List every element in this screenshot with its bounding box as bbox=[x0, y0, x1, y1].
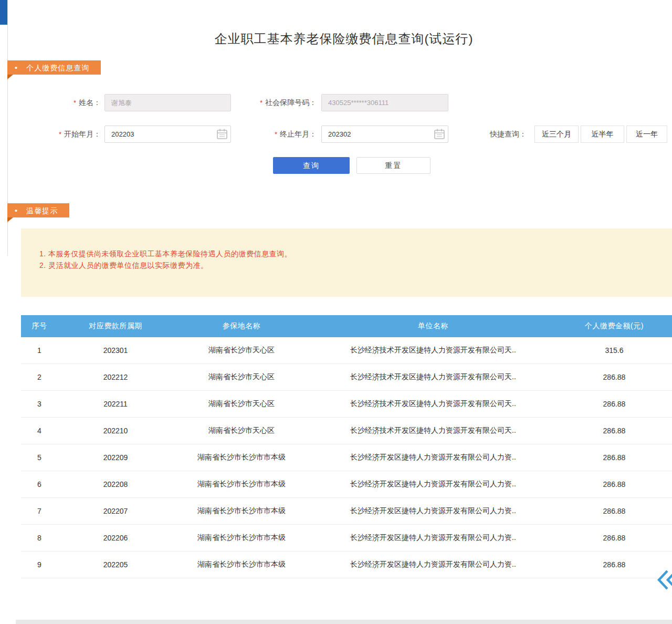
query-button[interactable]: 查询 bbox=[273, 157, 350, 174]
section-label-personal-payment-query: •个人缴费信息查询 bbox=[7, 60, 101, 75]
cell-index: 4 bbox=[21, 418, 58, 444]
cell-employer: 长沙经济技术开发区捷特人力资源开发有限公司天.. bbox=[310, 418, 556, 444]
col-employer: 单位名称 bbox=[310, 315, 556, 337]
cell-amount: 286.88 bbox=[556, 418, 672, 444]
col-index: 序号 bbox=[21, 315, 58, 337]
notice-line: 1. 本服务仅提供尚未领取企业职工基本养老保险待遇人员的缴费信息查询。 bbox=[39, 248, 662, 259]
cell-amount: 286.88 bbox=[556, 498, 672, 525]
cell-index: 5 bbox=[21, 444, 58, 471]
quick-range-button[interactable]: 近半年 bbox=[581, 126, 624, 143]
cell-insured-place: 湖南省长沙市天心区 bbox=[173, 337, 310, 364]
cell-employer: 长沙经济开发区捷特人力资源开发有限公司人力资.. bbox=[310, 498, 556, 525]
cell-insured-place: 湖南省长沙市天心区 bbox=[173, 391, 310, 418]
cell-period: 202205 bbox=[58, 552, 173, 578]
table-body: 1 202301 湖南省长沙市天心区 长沙经济技术开发区捷特人力资源开发有限公司… bbox=[21, 337, 672, 578]
start-date-input[interactable] bbox=[104, 126, 231, 143]
col-insured-place: 参保地名称 bbox=[173, 315, 310, 337]
cell-amount: 315.6 bbox=[556, 337, 672, 364]
notice-box: 1. 本服务仅提供尚未领取企业职工基本养老保险待遇人员的缴费信息查询。 2. 灵… bbox=[21, 228, 672, 297]
cell-index: 6 bbox=[21, 471, 58, 498]
horizontal-scrollbar-track[interactable] bbox=[16, 620, 672, 624]
cell-amount: 286.88 bbox=[556, 364, 672, 391]
end-date-input[interactable] bbox=[321, 126, 448, 143]
cell-period: 202208 bbox=[58, 471, 173, 498]
page: 企业职工基本养老保险缴费信息查询(试运行) •个人缴费信息查询 *姓名： *社会… bbox=[0, 0, 672, 624]
cell-employer: 长沙经济开发区捷特人力资源开发有限公司人力资.. bbox=[310, 552, 556, 578]
cell-insured-place: 湖南省长沙市长沙市市本级 bbox=[173, 525, 310, 552]
table-row: 5 202209 湖南省长沙市长沙市市本级 长沙经济开发区捷特人力资源开发有限公… bbox=[21, 444, 672, 471]
quick-range-button[interactable]: 近三个月 bbox=[534, 126, 579, 143]
cell-employer: 长沙经济技术开发区捷特人力资源开发有限公司天.. bbox=[310, 391, 556, 418]
cell-amount: 286.88 bbox=[556, 444, 672, 471]
cell-insured-place: 湖南省长沙市长沙市市本级 bbox=[173, 552, 310, 578]
cell-index: 3 bbox=[21, 391, 58, 418]
quick-query-label: 快捷查询： bbox=[490, 126, 527, 143]
section-label-tips: •温馨提示 bbox=[7, 203, 69, 217]
table-header: 序号 对应费款所属期 参保地名称 单位名称 个人缴费金额(元) bbox=[21, 315, 672, 337]
cell-employer: 长沙经济技术开发区捷特人力资源开发有限公司天.. bbox=[310, 337, 556, 364]
reset-button[interactable]: 重置 bbox=[356, 157, 430, 174]
cell-insured-place: 湖南省长沙市长沙市市本级 bbox=[173, 498, 310, 525]
required-mark: * bbox=[260, 99, 262, 107]
required-mark: * bbox=[59, 130, 61, 138]
table-row: 6 202208 湖南省长沙市长沙市市本级 长沙经济开发区捷特人力资源开发有限公… bbox=[21, 471, 672, 498]
cell-insured-place: 湖南省长沙市长沙市市本级 bbox=[173, 444, 310, 471]
notice-line: 2. 灵活就业人员的缴费单位信息以实际缴费为准。 bbox=[39, 259, 662, 271]
cell-index: 8 bbox=[21, 525, 58, 552]
cell-employer: 长沙经济开发区捷特人力资源开发有限公司人力资.. bbox=[310, 525, 556, 552]
top-left-accent-block bbox=[0, 0, 8, 25]
name-field bbox=[104, 94, 231, 111]
cell-index: 7 bbox=[21, 498, 58, 525]
double-chevron-left-icon[interactable] bbox=[657, 569, 672, 590]
ssn-label-text: 社会保障号码： bbox=[265, 98, 317, 107]
cell-period: 202301 bbox=[58, 337, 173, 364]
cell-period: 202210 bbox=[58, 418, 173, 444]
cell-insured-place: 湖南省长沙市天心区 bbox=[173, 364, 310, 391]
col-period: 对应费款所属期 bbox=[58, 315, 173, 337]
table-row: 3 202211 湖南省长沙市天心区 长沙经济技术开发区捷特人力资源开发有限公司… bbox=[21, 391, 672, 418]
table-row: 7 202207 湖南省长沙市长沙市市本级 长沙经济开发区捷特人力资源开发有限公… bbox=[21, 498, 672, 525]
cell-amount: 286.88 bbox=[556, 525, 672, 552]
quick-query-group: 近三个月 近半年 近一年 bbox=[534, 126, 667, 143]
table-row: 2 202212 湖南省长沙市天心区 长沙经济技术开发区捷特人力资源开发有限公司… bbox=[21, 364, 672, 391]
cell-amount: 286.88 bbox=[556, 391, 672, 418]
table-row: 9 202205 湖南省长沙市长沙市市本级 长沙经济开发区捷特人力资源开发有限公… bbox=[21, 552, 672, 578]
end-date-label-text: 终止年月： bbox=[280, 130, 317, 138]
section-label-text: 个人缴费信息查询 bbox=[26, 64, 89, 72]
end-date-label: *终止年月： bbox=[220, 126, 317, 143]
payment-table: 序号 对应费款所属期 参保地名称 单位名称 个人缴费金额(元) 1 202301… bbox=[21, 315, 672, 578]
bullet-icon: • bbox=[15, 203, 18, 217]
name-label: *姓名： bbox=[32, 94, 101, 111]
cell-index: 9 bbox=[21, 552, 58, 578]
cell-insured-place: 湖南省长沙市长沙市市本级 bbox=[173, 471, 310, 498]
cell-period: 202209 bbox=[58, 444, 173, 471]
name-label-text: 姓名： bbox=[79, 98, 101, 107]
required-mark: * bbox=[275, 130, 277, 138]
calendar-icon[interactable] bbox=[434, 128, 445, 140]
table-row: 8 202206 湖南省长沙市长沙市市本级 长沙经济开发区捷特人力资源开发有限公… bbox=[21, 525, 672, 552]
col-amount: 个人缴费金额(元) bbox=[556, 315, 672, 337]
start-date-label-text: 开始年月： bbox=[64, 130, 101, 138]
bullet-icon: • bbox=[15, 60, 18, 75]
section-label-text: 温馨提示 bbox=[26, 206, 58, 215]
cell-employer: 长沙经济技术开发区捷特人力资源开发有限公司天.. bbox=[310, 364, 556, 391]
cell-amount: 286.88 bbox=[556, 552, 672, 578]
ssn-label: *社会保障号码： bbox=[220, 94, 317, 111]
cell-amount: 286.88 bbox=[556, 471, 672, 498]
cell-employer: 长沙经济开发区捷特人力资源开发有限公司人力资.. bbox=[310, 471, 556, 498]
required-mark: * bbox=[74, 99, 76, 107]
ssn-field bbox=[321, 94, 448, 111]
table-row: 4 202210 湖南省长沙市天心区 长沙经济技术开发区捷特人力资源开发有限公司… bbox=[21, 418, 672, 444]
quick-range-button[interactable]: 近一年 bbox=[626, 126, 667, 143]
start-date-label: *开始年月： bbox=[32, 126, 101, 143]
cell-index: 1 bbox=[21, 337, 58, 364]
cell-period: 202211 bbox=[58, 391, 173, 418]
cell-employer: 长沙经济开发区捷特人力资源开发有限公司人力资.. bbox=[310, 444, 556, 471]
cell-index: 2 bbox=[21, 364, 58, 391]
table-row: 1 202301 湖南省长沙市天心区 长沙经济技术开发区捷特人力资源开发有限公司… bbox=[21, 337, 672, 364]
cell-period: 202207 bbox=[58, 498, 173, 525]
page-title: 企业职工基本养老保险缴费信息查询(试运行) bbox=[16, 30, 672, 47]
cell-insured-place: 湖南省长沙市天心区 bbox=[173, 418, 310, 444]
cell-period: 202206 bbox=[58, 525, 173, 552]
cell-period: 202212 bbox=[58, 364, 173, 391]
